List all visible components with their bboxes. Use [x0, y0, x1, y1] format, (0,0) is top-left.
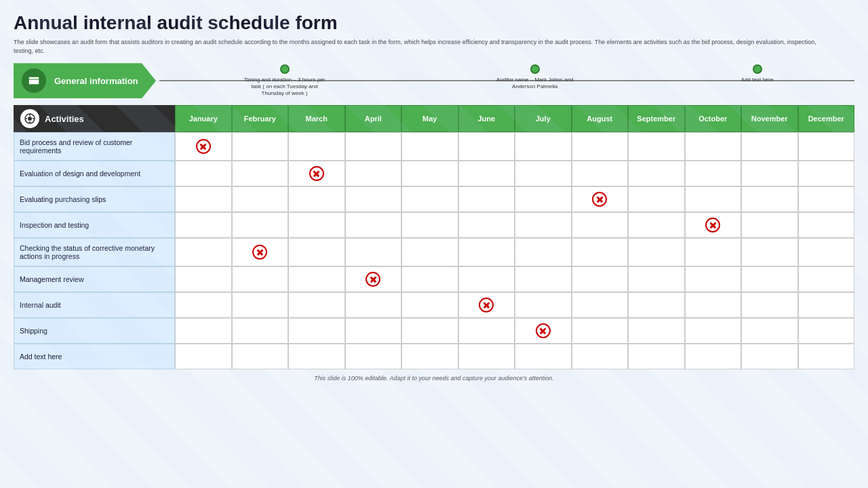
calendar-cell-2-3 — [345, 186, 402, 212]
calendar-cell-5-3 — [345, 266, 402, 292]
calendar-cell-6-2 — [288, 292, 345, 318]
calendar-cell-0-1 — [232, 132, 289, 161]
calendar-cell-5-4 — [401, 266, 458, 292]
calendar-cell-4-2 — [288, 238, 345, 266]
calendar-cell-1-11 — [798, 161, 855, 186]
svg-point-5 — [28, 117, 32, 121]
calendar-cell-7-5 — [458, 318, 515, 344]
calendar-cell-2-10 — [741, 186, 798, 212]
timeline-dot-2 — [530, 64, 540, 74]
calendar-cell-8-1 — [232, 344, 289, 369]
calendar-cell-2-5 — [458, 186, 515, 212]
activities-icon — [20, 109, 39, 128]
activities-column: Activities Bid process and review of cus… — [14, 105, 175, 369]
calendar-cell-4-11 — [798, 238, 855, 266]
general-info-row: General information Timing and duration … — [14, 63, 854, 98]
calendar-cell-3-5 — [458, 212, 515, 238]
month-header-february: February — [232, 105, 289, 132]
calendar-cell-4-7 — [572, 238, 629, 266]
calendar-cell-1-9 — [685, 161, 742, 186]
calendar-cell-6-3 — [345, 292, 402, 318]
calendar-cell-5-5 — [458, 266, 515, 292]
calendar-cell-6-1 — [232, 292, 289, 318]
footer-text: This slide is 100% editable. Adapt it to… — [14, 375, 854, 382]
activity-cell-1: Evaluation of design and development — [14, 161, 175, 186]
activity-cell-7: Shipping — [14, 318, 175, 344]
calendar-cell-3-10 — [741, 212, 798, 238]
calendar-cell-2-4 — [401, 186, 458, 212]
calendar-cell-7-7 — [572, 318, 629, 344]
calendar-cell-5-10 — [741, 266, 798, 292]
calendar-cell-0-0 — [175, 132, 232, 161]
calendar-cell-5-11 — [798, 266, 855, 292]
calendar-cell-6-7 — [572, 292, 629, 318]
x-mark-icon — [592, 192, 607, 207]
calendar-cell-7-8 — [628, 318, 685, 344]
calendar-row-0 — [175, 132, 854, 161]
calendar-cell-2-8 — [628, 186, 685, 212]
calendar-cell-6-9 — [685, 292, 742, 318]
calendar-cell-4-10 — [741, 238, 798, 266]
calendar-cell-0-9 — [685, 132, 742, 161]
calendar-cell-7-0 — [175, 318, 232, 344]
calendar-cell-0-4 — [401, 132, 458, 161]
calendar-row-7 — [175, 318, 854, 344]
calendar-cell-7-9 — [685, 318, 742, 344]
calendar-cell-6-0 — [175, 292, 232, 318]
month-header-august: August — [572, 105, 629, 132]
calendar-cell-8-9 — [685, 344, 742, 369]
calendar-row-3 — [175, 212, 854, 238]
calendar-cell-1-8 — [628, 161, 685, 186]
timeline-label-1: Timing and duration – 3 hours per task (… — [241, 77, 329, 98]
calendar-cell-3-2 — [288, 212, 345, 238]
calendar-cell-7-4 — [401, 318, 458, 344]
month-header-july: July — [515, 105, 572, 132]
x-mark-icon — [196, 139, 211, 154]
calendar-grid: JanuaryFebruaryMarchAprilMayJuneJulyAugu… — [175, 105, 854, 369]
calendar-cell-1-6 — [515, 161, 572, 186]
calendar-cell-1-5 — [458, 161, 515, 186]
month-header-january: January — [175, 105, 232, 132]
calendar-row-2 — [175, 186, 854, 212]
general-info-badge: General information — [14, 63, 156, 98]
calendar-cell-8-8 — [628, 344, 685, 369]
calendar-cell-2-2 — [288, 186, 345, 212]
calendar-cell-6-11 — [798, 292, 855, 318]
calendar-cell-3-11 — [798, 212, 855, 238]
calendar-cell-4-5 — [458, 238, 515, 266]
svg-rect-0 — [28, 77, 39, 85]
x-mark-icon — [309, 166, 324, 181]
calendar-cell-1-3 — [345, 161, 402, 186]
calendar-cell-6-4 — [401, 292, 458, 318]
calendar-cell-1-7 — [572, 161, 629, 186]
activity-cell-8: Add text here — [14, 344, 175, 369]
calendar-cell-2-11 — [798, 186, 855, 212]
x-mark-icon — [705, 218, 720, 232]
calendar-cell-4-8 — [628, 238, 685, 266]
calendar-cell-8-3 — [345, 344, 402, 369]
calendar-cell-2-6 — [515, 186, 572, 212]
calendar-cell-7-2 — [288, 318, 345, 344]
x-mark-icon — [479, 298, 494, 312]
calendar-cell-2-1 — [232, 186, 289, 212]
calendar-cell-7-3 — [345, 318, 402, 344]
calendar-cell-0-7 — [572, 132, 629, 161]
calendar-cell-8-2 — [288, 344, 345, 369]
calendar-cell-7-10 — [741, 318, 798, 344]
activity-cell-0: Bid process and review of customer requi… — [14, 132, 175, 161]
calendar-cell-8-7 — [572, 344, 629, 369]
month-header-december: December — [798, 105, 855, 132]
month-header-may: May — [401, 105, 458, 132]
x-mark-icon — [252, 245, 267, 260]
calendar-row-4 — [175, 238, 854, 266]
activity-cell-2: Evaluating purchasing slips — [14, 186, 175, 212]
calendar-cell-8-10 — [741, 344, 798, 369]
calendar-cell-4-1 — [232, 238, 289, 266]
calendar-cell-5-0 — [175, 266, 232, 292]
calendar-cell-1-0 — [175, 161, 232, 186]
calendar-cell-5-9 — [685, 266, 742, 292]
calendar-cell-4-0 — [175, 238, 232, 266]
calendar-cell-6-6 — [515, 292, 572, 318]
calendar-cell-5-7 — [572, 266, 629, 292]
activity-cell-6: Internal audit — [14, 292, 175, 318]
